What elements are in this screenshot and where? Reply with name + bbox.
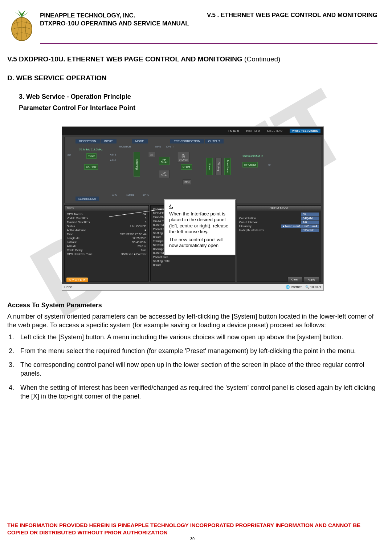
table-row: Active Antenna■: [66, 228, 147, 232]
table-row: Longitude12.25.33 E: [66, 236, 147, 240]
page-number: 39: [7, 537, 377, 541]
ss-tab-input[interactable]: INPUT: [101, 139, 117, 143]
subheading-param: Parameter Control For Interface Point: [19, 104, 377, 112]
ss-chfilter-block[interactable]: Ch. Filter: [84, 164, 98, 170]
table-row: Guard Interval1/8: [238, 220, 319, 224]
ss-gps-panel: GPS GPS AlarmsOkVisible Satellites0Track…: [64, 205, 149, 282]
ss-linear-block[interactable]: Linear: [206, 158, 213, 175]
callout-number: 4.: [169, 203, 231, 209]
ss-cell-id: CELL-ID 0: [267, 129, 282, 133]
embedded-screenshot: TS-ID 0 NET-ID 0 CELL-ID 0 PRO ▸ TELEVIS…: [62, 126, 323, 291]
ss-1pps: 1PPS: [143, 194, 149, 196]
table-row: Altitude23.8 m: [66, 244, 147, 248]
ss-sig2: 10dBm 219.5MHz: [242, 155, 263, 157]
table-row: Hierarchy● None ○ α=1 ○ α=2 ○ α=4: [238, 224, 319, 228]
ss-net-id: NET-ID 0: [246, 129, 260, 133]
paragraph-intro: A number of system oriented parameters c…: [7, 312, 377, 330]
subheading-d: D. WEB SERVICE OPERATION: [7, 74, 377, 82]
pineapple-logo-icon: [7, 7, 36, 42]
ss-status-done: Done: [64, 285, 72, 289]
table-row: Visible Satellites0: [66, 216, 147, 220]
section-title: V.5 DXDPRO-10U. ETHERNET WEB PAGE CONTRO…: [7, 55, 242, 63]
ss-ofdm-panel-title: OFDM Mode: [237, 206, 321, 211]
ss-clipping-block: Clipping: [215, 158, 222, 175]
ss-nonlinear-block[interactable]: Non-Linear: [224, 158, 231, 175]
header-company: PINEAPPLE TECHNOLOGY, INC.: [40, 12, 189, 20]
table-row: Packet Size: [152, 255, 233, 259]
ss-auto: AUTO: [79, 198, 86, 201]
ss-gps-panel-title: GPS: [65, 206, 148, 211]
table-row: Bitrate: [152, 263, 233, 267]
ss-system-button[interactable]: S Y S T E M: [66, 278, 88, 282]
ss-brand-logo: PRO ▸ TELEVISION: [290, 129, 320, 133]
ss-switching-block[interactable]: Switching: [134, 152, 140, 177]
ss-status-zoom: 🔍 100% ▾: [305, 285, 321, 289]
ss-tab-precorrection[interactable]: PRE-CORRECTION: [170, 139, 204, 143]
callout-text-1: When the Interface point is placed in th…: [169, 211, 231, 235]
ss-signal-diagram: RECEPTION INPUT MODE PRE-CORRECTION OUTP…: [64, 137, 321, 203]
ss-hp-block[interactable]: HP Coder: [159, 157, 170, 165]
ss-gps: GPS: [112, 194, 117, 196]
step-2: From the menu select the required functi…: [16, 347, 377, 355]
ss-asi2: ASI-2: [110, 159, 117, 162]
table-row: GPS Holdover Time3600 sec ■ Forever: [66, 252, 147, 256]
page-footer: THE INFORMATION PROVIDED HEREIN IS PINEA…: [7, 522, 377, 541]
ss-ofdm-panel: OFDM Mode 8KConstellation64QAMGuard Inte…: [237, 205, 321, 282]
callout-box: 4. When the Interface point is placed in…: [164, 199, 236, 255]
ss-mfn: MFN: [155, 145, 161, 148]
ss-rfout-block[interactable]: RF Output: [242, 162, 258, 167]
ss-lp-block: LP Coder: [159, 170, 170, 178]
step-1: Left click the [System] button. A menu i…: [16, 333, 377, 341]
table-row: In-depth Interleaver□ Enable: [238, 228, 319, 232]
page-header: PINEAPPLE TECHNOLOGY, INC. DTXPRO-10U OP…: [7, 7, 377, 42]
table-row: Tracked Satellites0: [66, 220, 147, 224]
ss-apply-button[interactable]: Apply: [304, 277, 319, 282]
header-section-ref: V.5 . ETHERNET WEB PAGE CONTROL AND MONI…: [207, 12, 377, 28]
ss-tuner-block[interactable]: Tuner: [86, 153, 97, 159]
ss-tab-output[interactable]: OUTPUT: [205, 139, 224, 143]
header-manual: DTXPRO-10U OPERATING AND SERVICE MANUAL: [40, 20, 189, 28]
table-row: Time05/01/1980 23:59:44: [66, 232, 147, 236]
ss-rf-label: RF: [68, 154, 71, 157]
ss-tab-mode[interactable]: MODE: [132, 139, 148, 143]
table-row: Constellation64QAM: [238, 216, 319, 220]
footer-proprietary: THE INFORMATION PROVIDED HEREIN IS PINEA…: [7, 522, 377, 536]
ss-monitor: MONITOR: [119, 145, 131, 148]
ss-tab-reception[interactable]: RECEPTION: [75, 139, 100, 143]
table-row: Cable Delay0 ns: [66, 248, 147, 252]
ss-sig1: 76.4dBuV 219.5MHz: [79, 148, 103, 151]
ss-dvbt: DVB-T: [166, 145, 174, 148]
ss-ts-id: TS-ID 0: [228, 129, 239, 133]
step-3: The corresponding control panel will now…: [16, 360, 377, 378]
ss-statusbar: Done 🌐 Internet 🔍 100% ▾: [62, 284, 323, 290]
ss-status-internet: 🌐 Internet: [286, 285, 302, 289]
ss-sfn-block: SFN: [183, 179, 191, 185]
subheading-3: 3. Web Service - Operation Principle: [19, 93, 377, 101]
heading-access: Access To System Parameters: [7, 302, 377, 309]
ss-ofdm-block[interactable]: OFDM: [181, 164, 192, 170]
callout-text-2: The new control panel will now automatic…: [169, 237, 231, 249]
table-row: 8K: [238, 212, 319, 216]
ss-asi1: ASI-1: [110, 153, 117, 156]
ss-23-block: 2/3: [148, 152, 155, 157]
ss-topbar: TS-ID 0 NET-ID 0 CELL-ID 0 PRO ▸ TELEVIS…: [62, 127, 323, 135]
ss-10mhz: 10MHz: [126, 194, 134, 196]
ss-8k-block: 8K 1/8 64QAM: [177, 152, 189, 162]
ss-int: INT: [92, 198, 96, 201]
table-row: Stuffing Rate: [152, 259, 233, 263]
step-4: When the setting of interest has been ve…: [16, 383, 377, 401]
table-row: Latitude55.43.03 N: [66, 240, 147, 244]
table-row: StatusUNLOCKED: [66, 224, 147, 228]
ss-clear-button[interactable]: Clear: [287, 277, 302, 282]
section-title-continued: (Continued): [242, 55, 281, 63]
steps-list: Left click the [System] button. A menu i…: [7, 333, 377, 401]
ss-rf2-label: RF: [268, 163, 271, 166]
